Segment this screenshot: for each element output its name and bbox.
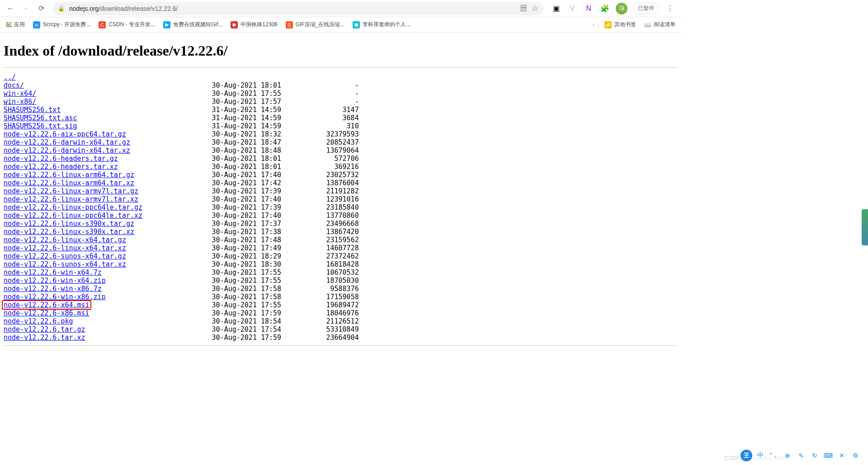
folder-icon: 📁	[604, 21, 612, 28]
file-link[interactable]: node-v12.22.6-win-x86.7z	[4, 285, 102, 293]
file-link[interactable]: node-v12.22.6-x86.msi	[4, 309, 90, 317]
file-link[interactable]: node-v12.22.6-linux-arm64.tar.xz	[4, 179, 134, 187]
reading-list[interactable]: 📖 阅读清单	[642, 19, 678, 30]
browser-toolbar: ← → ⟳ 🔒 nodejs.org/download/release/v12.…	[0, 0, 682, 17]
apps-icon	[6, 22, 11, 27]
file-link[interactable]: node-v12.22.6.tar.gz	[4, 325, 85, 333]
file-link[interactable]: node-v12.22.6-sunos-x64.tar.gz	[4, 252, 126, 260]
overflow-icon[interactable]: »	[592, 22, 595, 28]
reload-button[interactable]: ⟳	[34, 2, 48, 15]
file-listing: ../ docs/ 30-Aug-2021 18:01 - win-x64/ 3…	[4, 73, 678, 342]
parent-dir-link[interactable]: ../	[4, 73, 16, 81]
file-link[interactable]: win-x64/	[4, 89, 36, 98]
bookmark-icon: ◉	[231, 21, 238, 28]
other-bookmarks[interactable]: 📁 其他书签	[602, 19, 639, 30]
profile-avatar[interactable]: 淳	[616, 3, 627, 14]
bookmark-item-2[interactable]: ▶免费在线视频转Gif...	[160, 19, 225, 30]
bookmark-item-0[interactable]: ∞Scrcpy - 开源免费...	[30, 19, 93, 30]
bookmark-icon: ▶	[163, 21, 170, 28]
file-link[interactable]: node-v12.22.6-x64.msi	[4, 301, 90, 309]
url-text: nodejs.org/download/release/v12.22.6/	[69, 5, 515, 12]
address-bar[interactable]: 🔒 nodejs.org/download/release/v12.22.6/ …	[52, 2, 543, 15]
file-link[interactable]: node-v12.22.6-linux-armv7l.tar.xz	[4, 195, 138, 203]
bookmark-label: GIF压缩_在线压缩...	[296, 21, 345, 28]
file-link[interactable]: node-v12.22.6-win-x64.zip	[4, 277, 106, 285]
toolbar-icons: ▣ V N 🧩 淳 已暂停 ⋮	[548, 3, 678, 14]
apps-button[interactable]: 应用	[4, 19, 28, 30]
file-link[interactable]: node-v12.22.6-linux-s390x.tar.xz	[4, 228, 134, 236]
page-title: Index of /download/release/v12.22.6/	[4, 42, 678, 59]
extension-icon-1[interactable]: ▣	[551, 3, 561, 14]
file-link[interactable]: node-v12.22.6-linux-x64.tar.xz	[4, 244, 126, 252]
bookmarks-bar: 应用 ∞Scrcpy - 开源免费...CCSDN - 专业开发...▶免费在线…	[0, 17, 682, 33]
file-link[interactable]: win-x86/	[4, 98, 36, 106]
file-link[interactable]: SHASUMS256.txt	[4, 106, 61, 114]
bookmark-item-3[interactable]: ◉中国铁路12306	[228, 19, 280, 30]
back-button[interactable]: ←	[4, 2, 17, 15]
page-content: Index of /download/release/v12.22.6/ ../…	[0, 33, 682, 360]
bookmark-label: CSDN - 专业开发...	[108, 21, 155, 28]
extension-icon-3[interactable]: N	[583, 3, 594, 14]
divider	[4, 345, 678, 346]
file-link[interactable]: docs/	[4, 81, 24, 89]
bookmark-item-4[interactable]: SGIF压缩_在线压缩...	[283, 19, 348, 30]
file-link[interactable]: node-v12.22.6-headers.tar.xz	[4, 163, 118, 171]
bookmark-icon: ▣	[353, 21, 360, 28]
file-link[interactable]: node-v12.22.6-linux-x64.tar.gz	[4, 236, 126, 244]
bookmark-label: 免费在线视频转Gif...	[173, 21, 222, 28]
bookmark-item-1[interactable]: CCSDN - 专业开发...	[96, 19, 158, 30]
file-link[interactable]: node-v12.22.6-aix-ppc64.tar.gz	[4, 130, 126, 138]
divider	[4, 67, 678, 68]
file-link[interactable]: node-v12.22.6-linux-ppc64le.tar.gz	[4, 203, 142, 211]
bookmark-icon: C	[99, 21, 106, 28]
pause-badge[interactable]: 已暂停	[633, 3, 659, 14]
file-link[interactable]: node-v12.22.6.tar.xz	[4, 333, 85, 342]
file-link[interactable]: node-v12.22.6-sunos-x64.tar.xz	[4, 260, 126, 268]
forward-button[interactable]: →	[19, 2, 33, 15]
file-link[interactable]: node-v12.22.6-linux-s390x.tar.gz	[4, 220, 134, 228]
bookmark-label: 李科霈老师的个人...	[363, 21, 410, 28]
file-link[interactable]: node-v12.22.6-darwin-x64.tar.gz	[4, 138, 130, 146]
file-link[interactable]: node-v12.22.6-win-x64.7z	[4, 268, 102, 277]
extensions-icon[interactable]: 🧩	[599, 3, 610, 14]
bookmark-label: Scrcpy - 开源免费...	[43, 21, 90, 28]
file-link[interactable]: SHASUMS256.txt.sig	[4, 122, 77, 130]
file-link[interactable]: node-v12.22.6-headers.tar.gz	[4, 155, 118, 163]
extension-icon-2[interactable]: V	[567, 3, 578, 14]
file-link[interactable]: node-v12.22.6-darwin-x64.tar.xz	[4, 146, 130, 155]
file-link[interactable]: SHASUMS256.txt.asc	[4, 114, 77, 122]
star-icon[interactable]: ☆	[532, 4, 538, 13]
file-link[interactable]: node-v12.22.6-linux-arm64.tar.gz	[4, 171, 134, 179]
file-link[interactable]: node-v12.22.6-linux-ppc64le.tar.xz	[4, 211, 142, 220]
file-link[interactable]: node-v12.22.6-linux-armv7l.tar.gz	[4, 187, 138, 195]
bookmark-item-5[interactable]: ▣李科霈老师的个人...	[350, 19, 413, 30]
translate-icon[interactable]: 🈂	[520, 5, 527, 13]
reading-list-icon: 📖	[644, 22, 651, 28]
bookmark-icon: ∞	[33, 21, 40, 28]
menu-icon[interactable]: ⋮	[665, 3, 675, 14]
bookmark-icon: S	[286, 21, 293, 28]
bookmark-label: 中国铁路12306	[241, 21, 277, 28]
lock-icon: 🔒	[58, 5, 65, 12]
file-link[interactable]: node-v12.22.6.pkg	[4, 317, 73, 325]
